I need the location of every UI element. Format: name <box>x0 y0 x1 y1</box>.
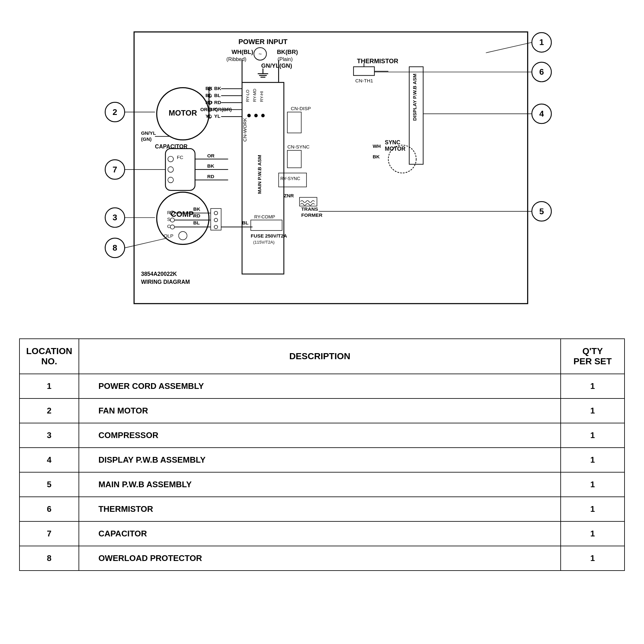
svg-text:TRANS: TRANS <box>301 206 318 212</box>
svg-rect-76 <box>242 82 284 274</box>
svg-text:2: 2 <box>112 107 117 117</box>
svg-rect-0 <box>134 32 527 304</box>
svg-text:3854A20022K: 3854A20022K <box>141 271 177 277</box>
svg-text:CN-DISP: CN-DISP <box>291 106 311 111</box>
cell-qty: 1 <box>561 423 625 448</box>
table-row: 7CAPACITOR1 <box>19 521 625 546</box>
svg-text:BL: BL <box>242 220 248 225</box>
table-row: 8OWERLOAD PROTECTOR1 <box>19 546 625 571</box>
svg-text:RY-LO: RY-LO <box>245 90 250 102</box>
cell-description: THERMISTOR <box>79 497 561 521</box>
cell-qty: 1 <box>561 546 625 571</box>
svg-text:WH(BL): WH(BL) <box>231 49 253 55</box>
header-location: LOCATIONNO. <box>19 339 79 374</box>
svg-text:~: ~ <box>258 51 261 57</box>
svg-text:RY-COMP: RY-COMP <box>254 214 275 219</box>
svg-text:BK: BK <box>373 154 380 159</box>
cell-location: 3 <box>19 423 79 448</box>
table-row: 2FAN MOTOR1 <box>19 398 625 423</box>
table-row: 1POWER CORD ASSEMBLY1 <box>19 374 625 398</box>
cell-description: COMPRESSOR <box>79 423 561 448</box>
svg-text:RY-MD: RY-MD <box>252 89 257 102</box>
svg-point-45 <box>168 156 173 162</box>
svg-text:(Plain): (Plain) <box>277 56 292 62</box>
svg-point-47 <box>168 177 173 183</box>
svg-rect-68 <box>210 208 221 230</box>
svg-text:GN/YL: GN/YL <box>141 130 156 136</box>
cell-qty: 1 <box>561 497 625 521</box>
svg-text:MOTOR: MOTOR <box>169 109 197 117</box>
svg-text:OLP: OLP <box>163 233 173 239</box>
svg-text:RY-SYNC: RY-SYNC <box>280 176 300 181</box>
header-description: DESCRIPTION <box>79 339 561 374</box>
svg-text:5: 5 <box>539 207 544 216</box>
svg-text:BL: BL <box>193 220 200 225</box>
cell-location: 1 <box>19 374 79 398</box>
svg-text:BK(BR): BK(BR) <box>277 49 298 55</box>
svg-point-60 <box>170 218 174 222</box>
svg-text:8: 8 <box>112 243 117 253</box>
svg-text:DISPLAY P.W.B ASM: DISPLAY P.W.B ASM <box>412 74 417 121</box>
svg-text:CN-TH1: CN-TH1 <box>355 78 373 83</box>
cell-description: CAPACITOR <box>79 521 561 546</box>
svg-text:MOTOR: MOTOR <box>385 146 405 152</box>
svg-text:BK: BK <box>207 163 214 169</box>
svg-text:BK: BK <box>214 86 221 91</box>
svg-text:FC: FC <box>177 155 183 160</box>
parts-table: LOCATIONNO. DESCRIPTION Q'TYPER SET 1POW… <box>19 338 625 571</box>
svg-point-83 <box>254 114 258 117</box>
svg-text:7: 7 <box>112 165 117 174</box>
cell-description: POWER CORD ASSEMBLY <box>79 374 561 398</box>
svg-text:RD: RD <box>214 100 221 105</box>
svg-line-115 <box>486 42 532 53</box>
svg-text:RD: RD <box>193 213 200 218</box>
header-qty: Q'TYPER SET <box>561 339 625 374</box>
svg-text:GN/YL(GN): GN/YL(GN) <box>261 62 292 69</box>
svg-text:S: S <box>167 216 170 222</box>
svg-text:SYNC: SYNC <box>385 139 400 146</box>
svg-text:CN-SYNC: CN-SYNC <box>287 144 309 149</box>
svg-point-46 <box>168 167 173 172</box>
parts-table-section: LOCATIONNO. DESCRIPTION Q'TYPER SET 1POW… <box>19 338 625 571</box>
svg-point-84 <box>261 114 265 117</box>
svg-text:OR(BR): OR(BR) <box>214 107 231 112</box>
svg-text:RD: RD <box>207 174 214 179</box>
svg-text:ZNR: ZNR <box>284 193 294 198</box>
cell-qty: 1 <box>561 472 625 497</box>
cell-description: FAN MOTOR <box>79 398 561 423</box>
svg-text:POWER INPUT: POWER INPUT <box>238 38 287 46</box>
svg-text:OR: OR <box>207 153 215 158</box>
svg-text:(GN): (GN) <box>141 136 151 142</box>
svg-point-71 <box>214 225 217 229</box>
svg-text:WIRING DIAGRAM: WIRING DIAGRAM <box>141 279 190 285</box>
cell-location: 6 <box>19 497 79 521</box>
cell-location: 7 <box>19 521 79 546</box>
svg-point-70 <box>214 218 217 222</box>
svg-point-82 <box>247 114 251 117</box>
cell-qty: 1 <box>561 448 625 472</box>
cell-location: 5 <box>19 472 79 497</box>
diagram-container: POWER INPUT WH(BL) BK(BR) (Ribbed) (Plai… <box>51 13 594 319</box>
cell-qty: 1 <box>561 374 625 398</box>
svg-text:(Ribbed): (Ribbed) <box>226 56 246 62</box>
cell-description: MAIN P.W.B ASSEMBLY <box>79 472 561 497</box>
svg-rect-16 <box>353 67 374 75</box>
cell-description: DISPLAY P.W.B ASSEMBLY <box>79 448 561 472</box>
cell-qty: 1 <box>561 398 625 423</box>
svg-point-69 <box>214 211 217 215</box>
svg-text:MAIN P.W.B ASM: MAIN P.W.B ASM <box>257 155 262 194</box>
svg-rect-98 <box>299 197 317 206</box>
table-row: 3COMPRESSOR1 <box>19 423 625 448</box>
svg-text:CN-WORK: CN-WORK <box>242 117 247 141</box>
table-row: 5MAIN P.W.B ASSEMBLY1 <box>19 472 625 497</box>
svg-point-61 <box>170 225 174 229</box>
svg-text:6: 6 <box>539 67 544 77</box>
table-row: 4DISPLAY P.W.B ASSEMBLY1 <box>19 448 625 472</box>
cell-location: 2 <box>19 398 79 423</box>
svg-text:YL: YL <box>214 113 220 119</box>
cell-location: 8 <box>19 546 79 571</box>
svg-text:FUSE  250V/T2A: FUSE 250V/T2A <box>251 233 287 239</box>
svg-text:1: 1 <box>539 37 544 47</box>
svg-rect-88 <box>287 150 301 168</box>
cell-description: OWERLOAD PROTECTOR <box>79 546 561 571</box>
